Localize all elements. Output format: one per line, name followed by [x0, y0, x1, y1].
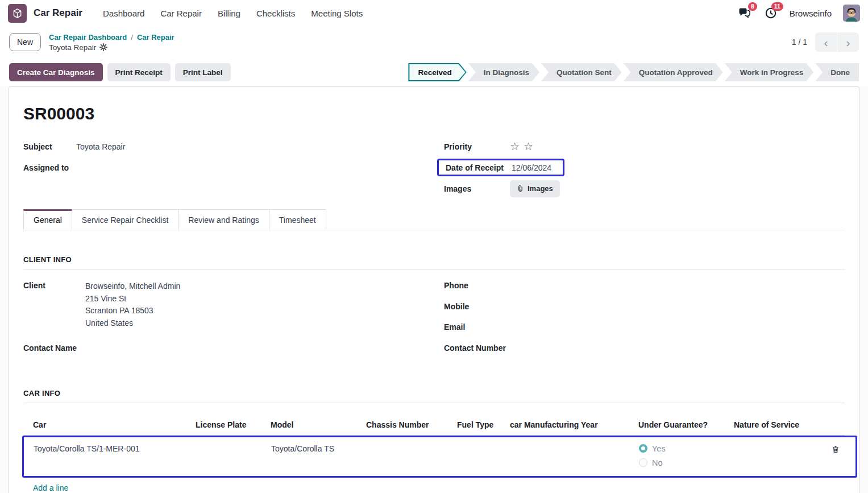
col-under-guarantee: Under Guarantee?: [629, 416, 724, 435]
cell-fuel-type[interactable]: [448, 444, 501, 476]
col-car: Car: [23, 416, 186, 435]
car-info-heading: CAR INFO: [23, 389, 845, 403]
print-receipt-button[interactable]: Print Receipt: [107, 63, 171, 81]
client-street: 215 Vine St: [85, 293, 180, 305]
page: Car Repair Dashboard Car Repair Billing …: [0, 0, 868, 493]
subject-label: Subject: [23, 142, 76, 151]
date-of-receipt-label: Date of Receipt: [446, 163, 512, 172]
add-line-row: Add a line: [23, 478, 845, 493]
car-table-header: Car License Plate Model Chassis Number F…: [23, 416, 845, 436]
form-fields: Subject Toyota Repair Assigned to Priori…: [23, 136, 845, 199]
cube-icon: [11, 7, 23, 19]
status-step-quotation-sent[interactable]: Quotation Sent: [541, 63, 622, 81]
status-step-done[interactable]: Done: [815, 63, 859, 81]
images-button[interactable]: Images: [510, 180, 560, 197]
breadcrumb-separator: /: [131, 32, 133, 42]
add-a-line-link[interactable]: Add a line: [33, 483, 68, 492]
activities-badge: 11: [771, 2, 783, 11]
radio-unchecked-icon: [639, 458, 647, 467]
assigned-to-label: Assigned to: [23, 163, 76, 172]
apps-menu-button[interactable]: [8, 4, 27, 23]
nav-item-billing[interactable]: Billing: [212, 5, 246, 22]
cell-car[interactable]: Toyota/Corolla TS/1-MER-001: [24, 444, 186, 476]
nav-item-meeting-slots[interactable]: Meeting Slots: [305, 5, 368, 22]
contact-number-label: Contact Number: [444, 343, 510, 353]
avatar-image: [843, 5, 860, 22]
notebook-tabs: General Service Repair Checklist Review …: [23, 209, 845, 230]
client-info-section: Client Browseinfo, Mitchell Admin 215 Vi…: [23, 280, 845, 364]
paperclip-icon: [517, 185, 524, 192]
table-row[interactable]: Toyota/Corolla TS/1-MER-001 Toyota/Corol…: [24, 437, 855, 476]
pager-next-button[interactable]: ›: [837, 32, 859, 52]
status-bar: Received In Diagnosis Quotation Sent Quo…: [408, 63, 859, 81]
status-step-quotation-approved[interactable]: Quotation Approved: [624, 63, 723, 81]
trash-icon[interactable]: [832, 445, 840, 454]
cell-chassis-number[interactable]: [357, 444, 448, 476]
avatar[interactable]: [843, 5, 860, 22]
priority-star-1-icon[interactable]: ☆: [510, 141, 520, 152]
col-chassis-number: Chassis Number: [356, 416, 447, 435]
status-step-received[interactable]: Received: [408, 63, 466, 81]
col-nature-of-service: Nature of Service: [724, 416, 821, 435]
messages-button[interactable]: 8: [737, 6, 752, 20]
create-car-diagnosis-button[interactable]: Create Car Diagnosis: [9, 63, 103, 81]
top-navbar: Car Repair Dashboard Car Repair Billing …: [0, 0, 868, 26]
tab-timesheet[interactable]: Timesheet: [269, 209, 326, 230]
breadcrumb-current: Toyota Repair: [49, 43, 96, 52]
date-of-receipt-field-highlight: Date of Receipt 12/06/2024: [437, 159, 564, 176]
tab-general[interactable]: General: [23, 209, 72, 230]
messages-badge: 8: [748, 2, 757, 11]
pager-count: 1 / 1: [792, 38, 807, 47]
chevron-right-icon: ›: [846, 36, 850, 49]
client-label: Client: [23, 280, 85, 290]
contact-name-label: Contact Name: [23, 343, 85, 353]
cell-nature-of-service[interactable]: [725, 444, 821, 476]
nav-left: Car Repair Dashboard Car Repair Billing …: [8, 4, 368, 23]
status-step-in-diagnosis[interactable]: In Diagnosis: [468, 63, 539, 81]
control-panel: New Car Repair Dashboard / Car Repair To…: [0, 26, 868, 58]
cell-manufacturing-year[interactable]: [501, 444, 629, 476]
cell-model[interactable]: Toyota/Corolla TS: [261, 444, 357, 476]
sheet-area: SR00003 Subject Toyota Repair Assigned t…: [0, 86, 868, 493]
subject-value[interactable]: Toyota Repair: [76, 142, 125, 151]
record-title: SR00003: [23, 104, 845, 123]
breadcrumb-link-car-repair[interactable]: Car Repair: [137, 32, 175, 42]
user-menu[interactable]: Browseinfo: [790, 9, 832, 18]
breadcrumb: Car Repair Dashboard / Car Repair Toyota…: [49, 32, 175, 52]
pager-prev-button[interactable]: ‹: [815, 32, 837, 52]
client-name[interactable]: Browseinfo, Mitchell Admin: [85, 280, 180, 293]
status-step-work-in-progress[interactable]: Work in Progress: [725, 63, 814, 81]
breadcrumb-link-dashboard[interactable]: Car Repair Dashboard: [49, 32, 127, 42]
main-menu: Dashboard Car Repair Billing Checklists …: [97, 5, 368, 22]
col-license-plate: License Plate: [186, 416, 261, 435]
tab-review-and-ratings[interactable]: Review and Ratings: [178, 209, 269, 230]
priority-star-2-icon[interactable]: ☆: [524, 141, 533, 152]
gear-icon[interactable]: [99, 43, 107, 51]
cell-license-plate[interactable]: [186, 444, 261, 476]
pager: 1 / 1 ‹ ›: [792, 32, 859, 52]
activities-button[interactable]: 11: [763, 6, 778, 20]
client-address: Browseinfo, Mitchell Admin 215 Vine St S…: [85, 280, 180, 329]
tab-service-repair-checklist[interactable]: Service Repair Checklist: [72, 209, 179, 230]
mobile-label: Mobile: [444, 301, 510, 311]
guarantee-no-radio[interactable]: No: [639, 458, 725, 467]
car-row-highlight: Toyota/Corolla TS/1-MER-001 Toyota/Corol…: [22, 436, 857, 478]
nav-item-checklists[interactable]: Checklists: [251, 5, 301, 22]
radio-checked-icon: [639, 444, 647, 453]
nav-item-car-repair[interactable]: Car Repair: [155, 5, 207, 22]
guarantee-yes-radio[interactable]: Yes: [639, 444, 725, 453]
nav-item-dashboard[interactable]: Dashboard: [97, 5, 150, 22]
date-of-receipt-value[interactable]: 12/06/2024: [512, 163, 551, 172]
phone-label: Phone: [444, 280, 510, 290]
client-city: Scranton PA 18503: [85, 305, 180, 317]
col-manufacturing-year: car Manufacturing Year: [500, 416, 629, 435]
priority-label: Priority: [444, 142, 510, 151]
cell-under-guarantee: Yes No: [629, 444, 725, 476]
app-title[interactable]: Car Repair: [34, 7, 82, 19]
client-info-heading: CLIENT INFO: [23, 255, 845, 270]
col-fuel-type: Fuel Type: [447, 416, 500, 435]
new-button[interactable]: New: [9, 33, 41, 51]
cell-actions: [821, 444, 855, 476]
print-label-button[interactable]: Print Label: [175, 63, 231, 81]
email-label: Email: [444, 322, 510, 332]
